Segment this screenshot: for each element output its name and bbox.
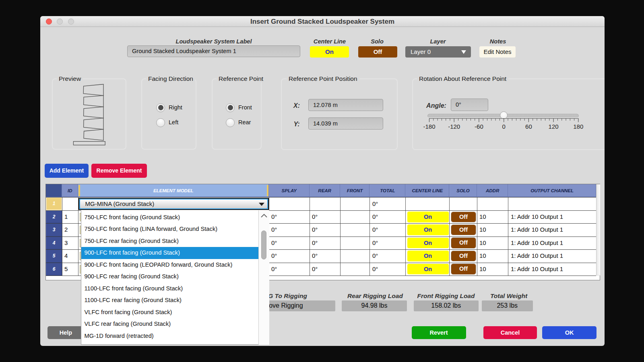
svg-text:60: 60 (525, 123, 532, 130)
svg-text:-120: -120 (448, 123, 460, 130)
svg-text:180: 180 (573, 123, 583, 130)
svg-text:-60: -60 (475, 123, 483, 130)
svg-text:0: 0 (502, 123, 506, 130)
svg-text:120: 120 (549, 123, 559, 130)
svg-text:-180: -180 (423, 123, 435, 130)
